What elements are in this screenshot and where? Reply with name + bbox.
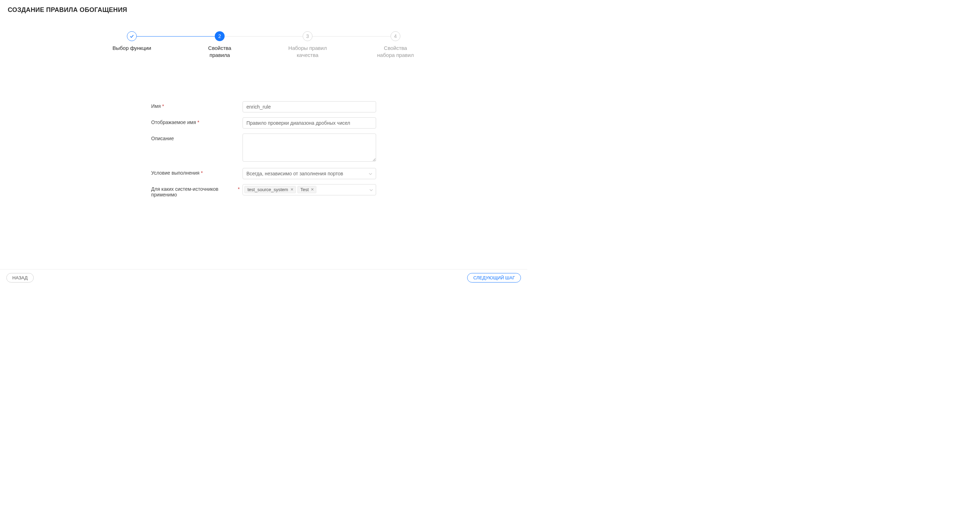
form-row-name: Имя*: [151, 101, 376, 113]
wizard-footer: НАЗАД СЛЕДУЮЩИЙ ШАГ: [0, 269, 527, 286]
chevron-down-icon: [369, 187, 373, 192]
back-button[interactable]: НАЗАД: [6, 273, 34, 283]
sources-label: Для каких систем-источников применимо: [151, 186, 238, 197]
source-tag: test_source_system ✕: [244, 186, 296, 193]
page-title: СОЗДАНИЕ ПРАВИЛА ОБОГАЩЕНИЯ: [0, 0, 527, 14]
step-1-indicator: [127, 31, 137, 41]
source-tag: Test ✕: [298, 186, 317, 193]
name-label: Имя*: [151, 103, 243, 109]
step-3-indicator: 3: [303, 31, 312, 41]
condition-select[interactable]: Всегда, независимо от заполнения портов: [243, 168, 376, 179]
close-icon[interactable]: ✕: [290, 187, 294, 192]
sources-tags: test_source_system ✕ Test ✕: [244, 186, 317, 193]
step-4[interactable]: 4 Свойства набора правил: [352, 31, 439, 59]
step-connector: [137, 36, 220, 37]
tag-label: Test: [301, 187, 309, 192]
display-name-input[interactable]: [243, 118, 376, 129]
step-connector: [224, 36, 307, 37]
wizard-stepper: Выбор функции 2 Свойства правила 3 Набор…: [0, 31, 527, 59]
condition-value: Всегда, независимо от заполнения портов: [247, 171, 343, 176]
step-2-indicator: 2: [215, 31, 224, 41]
form-row-sources: Для каких систем-источников применимо * …: [151, 184, 376, 197]
step-connector: [312, 36, 395, 37]
step-2-label: Свойства правила: [208, 44, 231, 59]
close-icon[interactable]: ✕: [310, 187, 315, 192]
step-4-indicator: 4: [391, 31, 400, 41]
step-4-label: Свойства набора правил: [377, 44, 414, 59]
condition-label: Условие выполнения*: [151, 170, 243, 176]
sources-multiselect[interactable]: test_source_system ✕ Test ✕: [243, 184, 376, 195]
next-button[interactable]: СЛЕДУЮЩИЙ ШАГ: [467, 273, 521, 283]
required-indicator: *: [238, 186, 240, 192]
display-name-label: Отображаемое имя*: [151, 119, 243, 125]
step-2[interactable]: 2 Свойства правила: [176, 31, 264, 59]
required-indicator: *: [201, 170, 202, 176]
description-input[interactable]: [243, 133, 376, 162]
step-1[interactable]: Выбор функции: [88, 31, 176, 52]
form-row-condition: Условие выполнения* Всегда, независимо о…: [151, 168, 376, 179]
step-3-label: Наборы правил качества: [288, 44, 326, 59]
step-3[interactable]: 3 Наборы правил качества: [264, 31, 352, 59]
form-row-display-name: Отображаемое имя*: [151, 118, 376, 129]
description-label: Описание: [151, 136, 243, 141]
required-indicator: *: [197, 119, 199, 125]
step-1-label: Выбор функции: [113, 44, 151, 52]
required-indicator: *: [162, 103, 164, 109]
checkmark-icon: [129, 34, 134, 39]
chevron-down-icon: [369, 171, 372, 176]
form: Имя* Отображаемое имя* Описание Условие …: [144, 101, 383, 197]
form-row-description: Описание: [151, 133, 376, 163]
tag-label: test_source_system: [247, 187, 288, 192]
name-input[interactable]: [243, 101, 376, 113]
